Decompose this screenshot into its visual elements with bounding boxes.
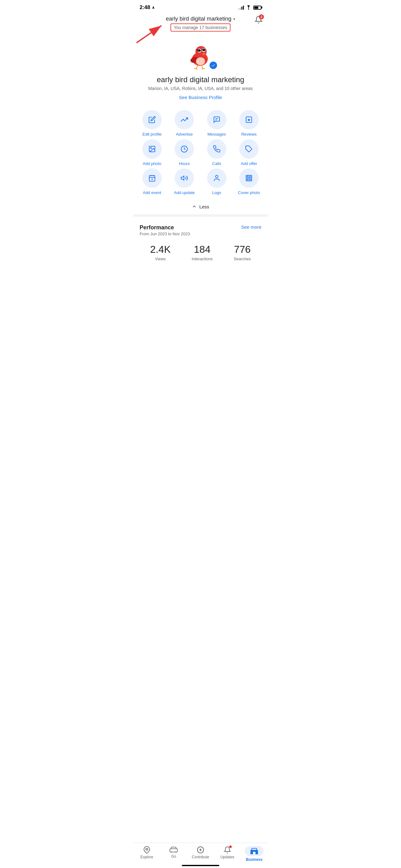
action-label-add-update: Add update bbox=[174, 190, 195, 195]
stat-views-label: Views bbox=[150, 256, 171, 261]
action-label-messages: Messages bbox=[207, 132, 226, 137]
svg-point-0 bbox=[248, 9, 249, 10]
header: early bird digital marketing ▾ You manag… bbox=[133, 13, 268, 35]
action-circle-calls bbox=[207, 140, 226, 159]
manage-subtitle-wrapper: You manage 17 businesses bbox=[170, 24, 231, 32]
stat-searches-value: 776 bbox=[234, 244, 251, 255]
action-circle-logo bbox=[207, 168, 226, 188]
selected-business-name: early bird digital marketing bbox=[166, 16, 231, 22]
action-label-hours: Hours bbox=[179, 161, 190, 166]
action-circle-messages bbox=[207, 110, 226, 129]
action-add-update[interactable]: Add update bbox=[170, 168, 200, 195]
dropdown-icon: ▾ bbox=[233, 17, 235, 21]
action-add-offer[interactable]: Add offer bbox=[234, 140, 264, 166]
signal-icon bbox=[238, 5, 244, 10]
action-edit-profile[interactable]: Edit profile bbox=[137, 110, 167, 137]
svg-point-4 bbox=[196, 46, 207, 57]
header-center: early bird digital marketing ▾ You manag… bbox=[166, 16, 235, 32]
verified-badge bbox=[209, 61, 218, 70]
performance-date: From Jun 2023 to Nov 2023 bbox=[140, 231, 190, 236]
svg-marker-25 bbox=[247, 118, 250, 121]
action-circle-add-event bbox=[142, 168, 162, 188]
action-messages[interactable]: Messages bbox=[202, 110, 232, 137]
bell-badge: 2 bbox=[259, 14, 264, 19]
status-bar: 2:48 bbox=[133, 0, 268, 13]
reviews-icon bbox=[245, 116, 253, 123]
section-divider bbox=[133, 214, 268, 217]
action-hours[interactable]: Hours bbox=[170, 140, 200, 166]
less-label: Less bbox=[199, 204, 209, 209]
action-circle-reviews bbox=[239, 110, 259, 129]
stat-interactions-label: Interactions bbox=[192, 256, 213, 261]
business-selector[interactable]: early bird digital marketing ▾ bbox=[166, 16, 235, 22]
add-update-icon bbox=[180, 174, 188, 182]
action-add-photo[interactable]: Add photo bbox=[137, 140, 167, 166]
action-label-advertise: Advertise bbox=[176, 132, 193, 137]
action-label-reviews: Reviews bbox=[241, 132, 257, 137]
stat-searches-label: Searches bbox=[234, 256, 251, 261]
stat-searches: 776 Searches bbox=[234, 244, 251, 261]
hours-icon bbox=[180, 145, 188, 153]
cover-photo-icon bbox=[245, 174, 253, 182]
messages-icon bbox=[213, 116, 221, 123]
checkmark-icon bbox=[211, 63, 215, 67]
action-logo[interactable]: Logo bbox=[202, 168, 232, 195]
less-button[interactable]: Less bbox=[133, 200, 268, 213]
calls-icon bbox=[213, 145, 221, 153]
add-offer-icon bbox=[245, 145, 253, 153]
status-icons bbox=[238, 5, 261, 10]
see-profile-link[interactable]: See Business Profile bbox=[140, 95, 261, 100]
business-info: early bird digital marketing Marion, IA,… bbox=[133, 73, 268, 105]
action-grid: Edit profile Advertise Messages bbox=[133, 105, 268, 200]
svg-line-14 bbox=[196, 66, 198, 69]
action-circle-cover-photo bbox=[239, 168, 259, 188]
stat-views-value: 2.4K bbox=[150, 244, 171, 255]
performance-header: Performance From Jun 2023 to Nov 2023 Se… bbox=[140, 224, 261, 236]
svg-point-37 bbox=[215, 175, 218, 178]
action-circle-add-update bbox=[175, 168, 194, 188]
add-photo-icon bbox=[148, 145, 156, 153]
add-event-icon bbox=[148, 174, 156, 182]
svg-line-19 bbox=[202, 68, 203, 70]
svg-rect-20 bbox=[197, 49, 201, 52]
see-more-link[interactable]: See more bbox=[241, 224, 261, 230]
action-calls[interactable]: Calls bbox=[202, 140, 232, 166]
stat-interactions: 184 Interactions bbox=[192, 244, 213, 261]
action-label-edit: Edit profile bbox=[142, 132, 162, 137]
performance-title-group: Performance From Jun 2023 to Nov 2023 bbox=[140, 224, 190, 236]
manage-subtitle: You manage 17 businesses bbox=[174, 25, 227, 30]
action-label-add-offer: Add offer bbox=[241, 161, 257, 166]
action-circle-advertise bbox=[175, 110, 194, 129]
action-cover-photo[interactable]: Cover photo bbox=[234, 168, 264, 195]
svg-point-27 bbox=[151, 148, 152, 148]
edit-icon bbox=[148, 116, 156, 123]
action-label-calls: Calls bbox=[212, 161, 221, 166]
location-arrow-icon bbox=[152, 6, 155, 9]
action-label-logo: Logo bbox=[212, 190, 221, 195]
svg-line-17 bbox=[202, 66, 203, 69]
action-reviews[interactable]: Reviews bbox=[234, 110, 264, 137]
performance-title: Performance bbox=[140, 224, 190, 231]
svg-rect-21 bbox=[202, 49, 205, 51]
action-circle-add-photo bbox=[142, 140, 162, 159]
action-circle-hours bbox=[175, 140, 194, 159]
action-label-cover-photo: Cover photo bbox=[238, 190, 260, 195]
logo-icon bbox=[213, 174, 221, 182]
action-advertise[interactable]: Advertise bbox=[170, 110, 200, 137]
svg-rect-30 bbox=[149, 176, 155, 181]
wifi-icon bbox=[246, 5, 252, 10]
stat-interactions-value: 184 bbox=[192, 244, 213, 255]
performance-stats: 2.4K Views 184 Interactions 776 Searches bbox=[140, 241, 261, 264]
notification-bell-wrapper[interactable]: 2 bbox=[255, 16, 263, 25]
svg-marker-36 bbox=[181, 176, 184, 180]
stat-views: 2.4K Views bbox=[150, 244, 171, 261]
battery-icon bbox=[253, 6, 261, 10]
business-name: early bird digital marketing bbox=[140, 75, 261, 84]
action-label-add-event: Add event bbox=[143, 190, 161, 195]
svg-line-16 bbox=[196, 68, 197, 70]
action-circle-edit bbox=[142, 110, 162, 129]
business-location: Marion, IA, USA, Robins, IA, USA, and 10… bbox=[140, 86, 261, 91]
action-circle-add-offer bbox=[239, 140, 259, 159]
action-add-event[interactable]: Add event bbox=[137, 168, 167, 195]
advertise-icon bbox=[180, 116, 188, 123]
